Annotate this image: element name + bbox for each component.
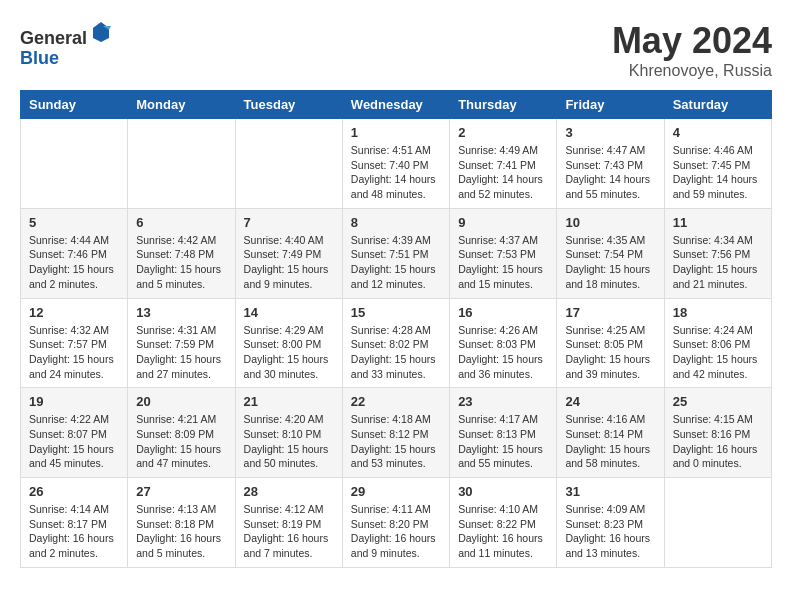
calendar-cell: 26Sunrise: 4:14 AMSunset: 8:17 PMDayligh… (21, 478, 128, 568)
logo-icon (89, 20, 113, 44)
day-info: Sunrise: 4:15 AMSunset: 8:16 PMDaylight:… (673, 412, 763, 471)
day-number: 21 (244, 394, 334, 409)
day-info: Sunrise: 4:47 AMSunset: 7:43 PMDaylight:… (565, 143, 655, 202)
day-number: 10 (565, 215, 655, 230)
day-info: Sunrise: 4:17 AMSunset: 8:13 PMDaylight:… (458, 412, 548, 471)
calendar-cell: 5Sunrise: 4:44 AMSunset: 7:46 PMDaylight… (21, 208, 128, 298)
day-number: 12 (29, 305, 119, 320)
day-info: Sunrise: 4:14 AMSunset: 8:17 PMDaylight:… (29, 502, 119, 561)
day-info: Sunrise: 4:44 AMSunset: 7:46 PMDaylight:… (29, 233, 119, 292)
calendar-cell (128, 119, 235, 209)
day-info: Sunrise: 4:16 AMSunset: 8:14 PMDaylight:… (565, 412, 655, 471)
week-row-3: 19Sunrise: 4:22 AMSunset: 8:07 PMDayligh… (21, 388, 772, 478)
calendar-cell: 8Sunrise: 4:39 AMSunset: 7:51 PMDaylight… (342, 208, 449, 298)
calendar-cell: 10Sunrise: 4:35 AMSunset: 7:54 PMDayligh… (557, 208, 664, 298)
month-title: May 2024 (612, 20, 772, 62)
day-number: 20 (136, 394, 226, 409)
day-info: Sunrise: 4:32 AMSunset: 7:57 PMDaylight:… (29, 323, 119, 382)
header-friday: Friday (557, 91, 664, 119)
day-info: Sunrise: 4:11 AMSunset: 8:20 PMDaylight:… (351, 502, 441, 561)
header-wednesday: Wednesday (342, 91, 449, 119)
logo-blue-text: Blue (20, 49, 113, 69)
calendar-table: SundayMondayTuesdayWednesdayThursdayFrid… (20, 90, 772, 568)
page-header: General Blue May 2024 Khrenovoye, Russia (20, 20, 772, 80)
day-info: Sunrise: 4:46 AMSunset: 7:45 PMDaylight:… (673, 143, 763, 202)
calendar-cell: 17Sunrise: 4:25 AMSunset: 8:05 PMDayligh… (557, 298, 664, 388)
day-number: 6 (136, 215, 226, 230)
header-sunday: Sunday (21, 91, 128, 119)
calendar-cell: 7Sunrise: 4:40 AMSunset: 7:49 PMDaylight… (235, 208, 342, 298)
calendar-cell: 20Sunrise: 4:21 AMSunset: 8:09 PMDayligh… (128, 388, 235, 478)
calendar-cell: 15Sunrise: 4:28 AMSunset: 8:02 PMDayligh… (342, 298, 449, 388)
calendar-cell: 12Sunrise: 4:32 AMSunset: 7:57 PMDayligh… (21, 298, 128, 388)
day-info: Sunrise: 4:12 AMSunset: 8:19 PMDaylight:… (244, 502, 334, 561)
day-info: Sunrise: 4:51 AMSunset: 7:40 PMDaylight:… (351, 143, 441, 202)
calendar-cell: 28Sunrise: 4:12 AMSunset: 8:19 PMDayligh… (235, 478, 342, 568)
day-info: Sunrise: 4:25 AMSunset: 8:05 PMDaylight:… (565, 323, 655, 382)
day-number: 8 (351, 215, 441, 230)
day-info: Sunrise: 4:29 AMSunset: 8:00 PMDaylight:… (244, 323, 334, 382)
header-saturday: Saturday (664, 91, 771, 119)
day-info: Sunrise: 4:13 AMSunset: 8:18 PMDaylight:… (136, 502, 226, 561)
logo-blue: Blue (20, 48, 59, 68)
day-number: 7 (244, 215, 334, 230)
week-row-1: 5Sunrise: 4:44 AMSunset: 7:46 PMDaylight… (21, 208, 772, 298)
calendar-cell: 3Sunrise: 4:47 AMSunset: 7:43 PMDaylight… (557, 119, 664, 209)
calendar-cell: 6Sunrise: 4:42 AMSunset: 7:48 PMDaylight… (128, 208, 235, 298)
day-number: 23 (458, 394, 548, 409)
day-number: 28 (244, 484, 334, 499)
calendar-cell: 31Sunrise: 4:09 AMSunset: 8:23 PMDayligh… (557, 478, 664, 568)
day-info: Sunrise: 4:31 AMSunset: 7:59 PMDaylight:… (136, 323, 226, 382)
calendar-cell: 24Sunrise: 4:16 AMSunset: 8:14 PMDayligh… (557, 388, 664, 478)
header-row: SundayMondayTuesdayWednesdayThursdayFrid… (21, 91, 772, 119)
calendar-cell: 1Sunrise: 4:51 AMSunset: 7:40 PMDaylight… (342, 119, 449, 209)
location: Khrenovoye, Russia (612, 62, 772, 80)
calendar-cell: 25Sunrise: 4:15 AMSunset: 8:16 PMDayligh… (664, 388, 771, 478)
day-info: Sunrise: 4:39 AMSunset: 7:51 PMDaylight:… (351, 233, 441, 292)
calendar-cell: 29Sunrise: 4:11 AMSunset: 8:20 PMDayligh… (342, 478, 449, 568)
title-block: May 2024 Khrenovoye, Russia (612, 20, 772, 80)
day-number: 13 (136, 305, 226, 320)
calendar-cell (21, 119, 128, 209)
calendar-cell: 19Sunrise: 4:22 AMSunset: 8:07 PMDayligh… (21, 388, 128, 478)
calendar-cell (235, 119, 342, 209)
day-number: 2 (458, 125, 548, 140)
day-info: Sunrise: 4:22 AMSunset: 8:07 PMDaylight:… (29, 412, 119, 471)
logo: General Blue (20, 20, 113, 69)
day-number: 17 (565, 305, 655, 320)
logo-general: General (20, 28, 87, 48)
day-number: 4 (673, 125, 763, 140)
calendar-cell: 21Sunrise: 4:20 AMSunset: 8:10 PMDayligh… (235, 388, 342, 478)
day-info: Sunrise: 4:18 AMSunset: 8:12 PMDaylight:… (351, 412, 441, 471)
day-number: 29 (351, 484, 441, 499)
day-info: Sunrise: 4:24 AMSunset: 8:06 PMDaylight:… (673, 323, 763, 382)
day-info: Sunrise: 4:42 AMSunset: 7:48 PMDaylight:… (136, 233, 226, 292)
header-monday: Monday (128, 91, 235, 119)
day-info: Sunrise: 4:49 AMSunset: 7:41 PMDaylight:… (458, 143, 548, 202)
calendar-cell: 16Sunrise: 4:26 AMSunset: 8:03 PMDayligh… (450, 298, 557, 388)
calendar-cell: 18Sunrise: 4:24 AMSunset: 8:06 PMDayligh… (664, 298, 771, 388)
week-row-0: 1Sunrise: 4:51 AMSunset: 7:40 PMDaylight… (21, 119, 772, 209)
day-number: 18 (673, 305, 763, 320)
calendar-cell: 13Sunrise: 4:31 AMSunset: 7:59 PMDayligh… (128, 298, 235, 388)
logo-text: General (20, 20, 113, 49)
calendar-cell: 2Sunrise: 4:49 AMSunset: 7:41 PMDaylight… (450, 119, 557, 209)
day-number: 30 (458, 484, 548, 499)
day-number: 14 (244, 305, 334, 320)
day-number: 11 (673, 215, 763, 230)
week-row-4: 26Sunrise: 4:14 AMSunset: 8:17 PMDayligh… (21, 478, 772, 568)
header-tuesday: Tuesday (235, 91, 342, 119)
day-info: Sunrise: 4:35 AMSunset: 7:54 PMDaylight:… (565, 233, 655, 292)
day-number: 3 (565, 125, 655, 140)
day-number: 5 (29, 215, 119, 230)
day-info: Sunrise: 4:09 AMSunset: 8:23 PMDaylight:… (565, 502, 655, 561)
day-number: 16 (458, 305, 548, 320)
day-info: Sunrise: 4:26 AMSunset: 8:03 PMDaylight:… (458, 323, 548, 382)
day-info: Sunrise: 4:28 AMSunset: 8:02 PMDaylight:… (351, 323, 441, 382)
week-row-2: 12Sunrise: 4:32 AMSunset: 7:57 PMDayligh… (21, 298, 772, 388)
calendar-cell: 30Sunrise: 4:10 AMSunset: 8:22 PMDayligh… (450, 478, 557, 568)
calendar-cell: 23Sunrise: 4:17 AMSunset: 8:13 PMDayligh… (450, 388, 557, 478)
day-number: 31 (565, 484, 655, 499)
calendar-cell: 14Sunrise: 4:29 AMSunset: 8:00 PMDayligh… (235, 298, 342, 388)
header-thursday: Thursday (450, 91, 557, 119)
